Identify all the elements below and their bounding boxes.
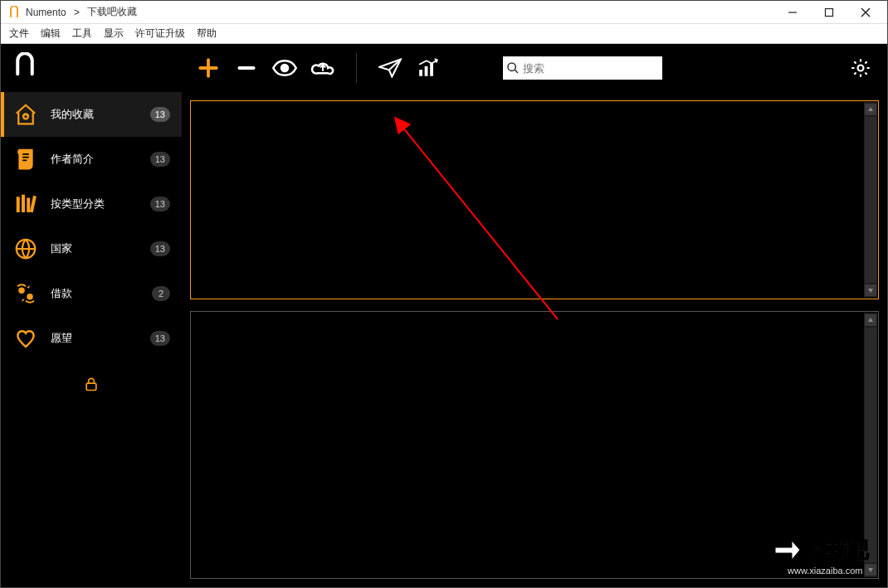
add-button[interactable]	[195, 55, 222, 81]
scroll-up-icon[interactable]	[865, 104, 876, 115]
svg-rect-18	[425, 66, 428, 76]
send-button[interactable]	[377, 55, 403, 81]
menu-tools[interactable]: 工具	[72, 27, 92, 41]
view-button[interactable]	[271, 55, 298, 81]
minimize-button[interactable]	[774, 1, 811, 24]
sidebar-item-count: 13	[150, 197, 170, 211]
sidebar-item-count: 13	[150, 107, 170, 122]
window-title-sep: >	[71, 7, 83, 18]
sidebar-item-label: 作者简介	[51, 152, 139, 167]
svg-point-20	[508, 63, 515, 70]
home-icon	[12, 101, 39, 128]
sidebar-item-label: 按类型分类	[51, 197, 139, 211]
sidebar-item-count: 13	[150, 241, 170, 256]
sidebar-item-count: 2	[152, 286, 170, 301]
svg-rect-19	[430, 63, 433, 76]
stats-button[interactable]	[415, 55, 442, 81]
bottom-panel	[190, 311, 879, 579]
menu-help[interactable]: 帮助	[197, 27, 217, 41]
menu-file[interactable]: 文件	[9, 27, 29, 41]
close-button[interactable]	[847, 1, 884, 24]
top-panel	[190, 100, 879, 299]
scroll-down-icon[interactable]	[865, 564, 876, 576]
scroll-down-icon[interactable]	[865, 284, 876, 296]
sidebar-item-my-collection[interactable]: 我的收藏 13	[1, 92, 182, 137]
svg-point-22	[858, 66, 864, 71]
sidebar-item-label: 愿望	[51, 331, 139, 346]
sidebar-item-loan[interactable]: 借款 2	[1, 271, 182, 316]
search-box[interactable]	[503, 56, 662, 80]
svg-rect-8	[30, 196, 37, 212]
scrollbar-track[interactable]	[865, 328, 876, 562]
heart-icon	[12, 325, 39, 352]
window-title-doc: 下载吧收藏	[87, 5, 137, 19]
globe-icon	[12, 236, 39, 262]
maximize-button[interactable]	[811, 1, 847, 24]
svg-rect-1	[826, 8, 833, 16]
scroll-up-icon[interactable]	[865, 314, 876, 326]
svg-rect-5	[17, 197, 20, 212]
svg-line-21	[515, 70, 518, 73]
sidebar-item-count: 13	[150, 152, 170, 167]
nav: 我的收藏 13 作者简介 13	[1, 85, 182, 361]
sidebar-item-label: 借款	[51, 286, 140, 301]
scrollbar-vertical[interactable]	[864, 313, 877, 577]
settings-button[interactable]	[847, 55, 874, 81]
window-title-app: Numento	[26, 7, 66, 18]
scrollbar-vertical[interactable]	[864, 102, 877, 298]
sidebar-item-wish[interactable]: 愿望 13	[1, 316, 182, 361]
books-icon	[12, 191, 39, 217]
svg-rect-17	[419, 70, 422, 76]
window-controls	[774, 1, 884, 24]
sidebar-item-by-type[interactable]: 按类型分类 13	[1, 182, 182, 226]
sidebar-item-count: 13	[150, 331, 170, 346]
svg-rect-6	[22, 195, 25, 212]
svg-point-10	[18, 288, 25, 294]
menu-view[interactable]: 显示	[104, 27, 124, 41]
app-icon	[7, 6, 21, 19]
svg-point-16	[281, 65, 288, 71]
search-input[interactable]	[523, 56, 662, 80]
remove-button[interactable]	[233, 55, 260, 81]
search-icon	[503, 61, 523, 75]
menu-license[interactable]: 许可证升级	[135, 27, 185, 41]
loan-icon	[12, 280, 39, 307]
scrollbar-track[interactable]	[865, 117, 876, 283]
svg-point-11	[27, 294, 33, 300]
cloud-button[interactable]	[310, 55, 336, 81]
sidebar-item-country[interactable]: 国家 13	[1, 226, 182, 271]
svg-rect-7	[27, 198, 30, 213]
logo	[1, 44, 182, 85]
toolbar	[182, 44, 887, 92]
menu-edit[interactable]: 编辑	[41, 27, 61, 41]
sidebar: 我的收藏 13 作者简介 13	[1, 44, 182, 587]
titlebar: Numento > 下载吧收藏	[1, 1, 887, 24]
sidebar-item-label: 国家	[51, 241, 139, 256]
sidebar-item-author[interactable]: 作者简介 13	[1, 137, 182, 182]
toolbar-divider	[356, 53, 357, 83]
author-icon	[12, 146, 39, 173]
lock-icon[interactable]	[83, 376, 100, 396]
menubar: 文件 编辑 工具 显示 许可证升级 帮助	[1, 24, 887, 44]
sidebar-item-label: 我的收藏	[51, 107, 139, 122]
main-content	[182, 44, 887, 587]
svg-rect-12	[86, 383, 96, 390]
